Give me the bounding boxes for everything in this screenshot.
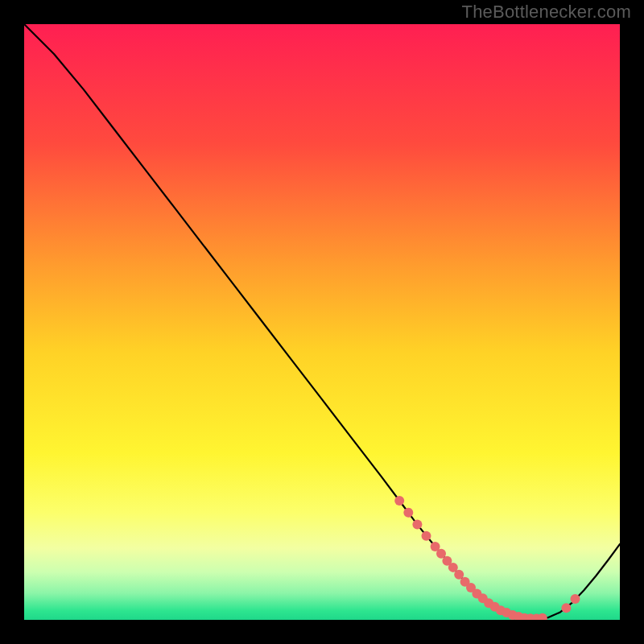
plot-frame	[24, 24, 620, 620]
chart-container: TheBottlenecker.com	[0, 0, 644, 644]
highlight-dot	[422, 531, 431, 541]
highlight-dot	[403, 508, 413, 518]
background-gradient	[24, 24, 620, 620]
highlight-dot	[412, 520, 422, 530]
attribution-label: TheBottlenecker.com	[462, 2, 631, 23]
highlight-dot	[571, 594, 580, 604]
chart-svg	[24, 24, 620, 620]
highlight-dot	[561, 603, 571, 613]
highlight-dot	[394, 496, 404, 506]
